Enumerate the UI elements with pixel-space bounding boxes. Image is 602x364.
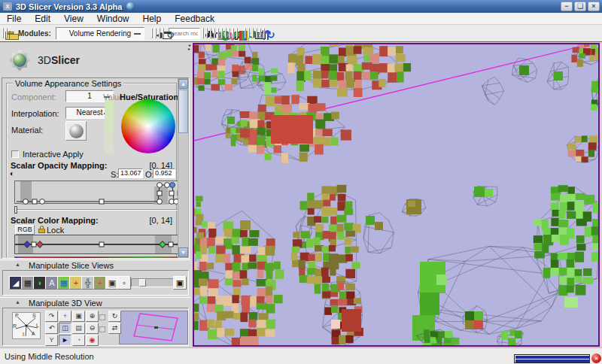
opacity-control-point[interactable] [40,199,45,205]
opacity-control-point[interactable] [157,191,162,196]
threed-viewport[interactable] [193,43,600,347]
center-view-button[interactable]: + [59,311,71,322]
pin-view-button[interactable] [256,28,257,38]
module-forward-button[interactable]: ▶ [155,28,157,38]
mesh-small-cube [463,306,488,333]
record-view-button[interactable]: ◉ [86,335,99,346]
view-box-toggle[interactable]: ▣ [72,311,85,322]
scroll-down-icon[interactable]: ▼ [178,247,188,257]
app-window: x 3D Slicer Version 3.3 Alpha −❑× FileEd… [0,0,602,364]
home-module-button[interactable]: ⌂ [206,28,208,38]
modules-dropdown[interactable]: Volume Rendering [56,27,144,40]
refresh-view-button[interactable]: ↻ [263,28,265,38]
opacity-mode-icon[interactable]: ◐ [10,169,14,177]
rgb-button[interactable]: RGB [15,225,35,235]
opacity-control-point[interactable] [99,199,104,204]
opacity-control-point[interactable] [170,183,175,188]
slice-more-button[interactable]: ▣ [173,276,187,290]
color-control-point[interactable] [32,242,36,247]
hue-saturation-wheel[interactable] [121,99,175,153]
opacity-control-point[interactable] [169,191,174,196]
color-control-point[interactable] [37,241,43,247]
models-module-button[interactable]: ↻ [217,28,219,38]
label-opacity-slider[interactable] [131,278,178,287]
menu-help[interactable]: Help [136,13,169,25]
menu-window[interactable]: Window [90,13,136,25]
editor-module-button[interactable] [229,28,230,38]
navigation-toggle[interactable]: ► [59,335,71,346]
color-control-point[interactable] [169,242,173,247]
opacity-control-point[interactable] [32,199,37,204]
compass-label-a: A [32,331,35,336]
group-title: Volume Appearance Settings [13,79,123,88]
view3d-header[interactable]: ▲ Manipulate 3D View [0,297,190,308]
rotate-roll-button[interactable]: ↶ [45,323,58,334]
redo-button[interactable]: ↻ [248,28,250,38]
color-control-point[interactable] [99,242,104,247]
menu-edit[interactable]: Edit [28,13,57,25]
snapshot-button[interactable]: ▤ [72,323,85,334]
zoom-in-button[interactable]: ⊕ [86,311,99,322]
settings-scrollbar[interactable]: ▲ ▼ [178,78,189,258]
screen-capture-button[interactable] [252,28,254,38]
o-value-field[interactable]: 0.952 [153,168,175,178]
opacity-control-point[interactable] [165,183,170,188]
color-transfer-editor[interactable] [14,235,183,254]
opacity-range-slider[interactable] [14,206,183,214]
save-scene-button[interactable]: ↓ [6,28,8,38]
data-module-button[interactable]: ∴ [210,28,211,38]
rock-view-button[interactable]: ⇄ [108,323,121,334]
material-sphere-icon [69,124,84,138]
stereo-button[interactable]: Y [45,335,58,346]
spin-view-button[interactable]: ↻ [108,311,121,322]
zoom-out-button[interactable]: ⊖ [86,323,99,334]
spin-checkbox[interactable] [99,314,105,320]
transforms-module-button[interactable]: ◍ [221,28,223,38]
menu-bar: FileEditViewWindowHelpFeedback [0,13,602,25]
measurements-module-button[interactable] [233,28,234,38]
slice-views-toolbar: ◢▦◗A▦+╬+▣▫▣ [2,270,189,296]
unpin-view-button[interactable]: × [260,28,261,38]
slice-screenshot-button[interactable]: ▫ [117,276,131,290]
colors-module-button[interactable] [236,28,238,38]
cluster-right-mid [567,135,598,162]
cancel-progress-button[interactable]: × [591,353,601,363]
module-back-button[interactable]: ◀ [151,28,153,38]
compass-label-r: R [13,323,17,329]
load-scene-button[interactable]: ↑ [2,28,4,38]
scroll-thumb[interactable] [178,89,188,133]
orientation-compass[interactable]: PSLAIR [12,312,41,339]
ortho-projection-toggle[interactable]: ◫ [59,323,71,334]
slice-views-header[interactable]: ▲ Manipulate Slice Views [0,259,190,270]
range-handle-left[interactable] [14,206,17,214]
module-search-icon[interactable] [202,28,204,38]
rotate-pitch-button[interactable]: ↷ [45,311,58,322]
opacity-control-point[interactable] [157,199,163,205]
menu-file[interactable]: File [0,13,28,25]
rock-checkbox[interactable] [99,326,105,332]
logo-slicer: Slicer [51,54,80,66]
main-area: 3DSlicer Volume Appearance Settings Comp… [0,42,602,347]
value-bar[interactable] [105,100,114,154]
restore-button[interactable]: ❑ [574,2,586,11]
material-button[interactable] [65,121,87,141]
module-refresh-button[interactable]: ↻ [163,28,164,38]
panel-splitter[interactable]: ◂▸ [188,44,190,51]
fiducials-module-button[interactable] [225,28,227,38]
opacity-control-point[interactable] [23,199,29,205]
look-from-colors-button[interactable]: ◔ [72,335,85,346]
volumes-module-button[interactable]: ▦ [214,28,215,38]
scroll-up-icon[interactable]: ▲ [178,79,188,89]
interactive-apply-checkbox[interactable] [11,150,19,158]
cluster-left-bottom [194,211,284,345]
opacity-transfer-editor[interactable] [14,180,183,204]
s-value-field[interactable]: 13.067 [118,168,143,178]
module-history-button[interactable] [159,28,160,38]
close-button[interactable]: × [588,2,600,11]
minimize-button[interactable]: − [561,2,573,11]
undo-button[interactable]: ↺ [245,28,246,38]
menu-feedback[interactable]: Feedback [168,13,221,25]
menu-view[interactable]: View [57,13,90,25]
opacity-control-point[interactable] [157,183,163,188]
component-label: Component: [11,93,56,102]
